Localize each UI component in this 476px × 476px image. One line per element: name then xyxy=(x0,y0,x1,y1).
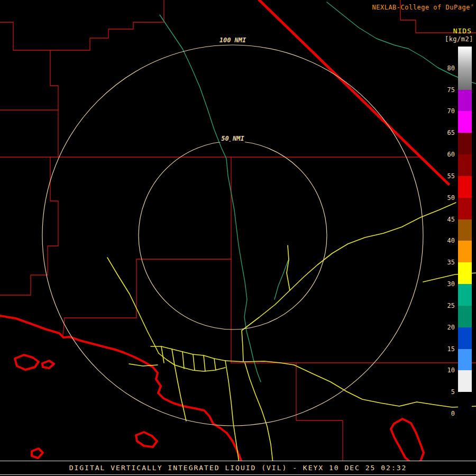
colorbar-segment-40-45 xyxy=(458,219,472,241)
colorbar-segment-15-20 xyxy=(458,327,472,349)
colorbar-segment-25-30 xyxy=(458,284,472,306)
map-layer-rivers xyxy=(160,2,476,382)
colorbar-segment-50-55 xyxy=(458,176,472,198)
colorbar-tick-45: 45 xyxy=(442,216,455,223)
colorbar-tick-80: 80 xyxy=(442,65,455,72)
colorbar-segment-55-60 xyxy=(458,154,472,176)
colorbar-tick-5: 5 xyxy=(442,388,455,396)
map-layer-coastline xyxy=(0,316,424,476)
counties-path xyxy=(58,0,164,50)
coastline-path xyxy=(15,355,39,370)
radar-map: 100 NMI50 NMI xyxy=(0,0,476,476)
colorbar-segment-35-40 xyxy=(458,241,472,262)
counties-path xyxy=(0,50,58,110)
highways-path xyxy=(129,364,158,366)
colorbar-segment-70-75 xyxy=(458,90,472,112)
range-ring-label: 100 NMI xyxy=(219,36,246,44)
counties-path xyxy=(0,22,58,50)
footer-rule-top xyxy=(0,461,476,461)
map-layer-state-border xyxy=(259,0,448,184)
counties-path xyxy=(296,363,343,476)
highways-path xyxy=(193,354,195,370)
footer-rule-bottom xyxy=(0,474,476,475)
colorbar-segment-80-85 xyxy=(458,47,472,68)
footer-bar: DIGITAL VERTICALLY INTEGRATED LIQUID (VI… xyxy=(0,461,476,476)
colorbar-tick-70: 70 xyxy=(442,107,455,115)
brand-mark-icon: ⚡ xyxy=(471,3,474,8)
highways-path xyxy=(107,258,159,353)
counties-path xyxy=(0,157,58,295)
range-ring-label: 50 NMI xyxy=(221,135,244,142)
map-layer-highways xyxy=(107,203,476,476)
colorbar-segment-0-5 xyxy=(458,392,472,414)
colorbar-tick-25: 25 xyxy=(442,302,455,309)
colorbar-segment-30-35 xyxy=(458,262,472,284)
colorbar-tick-50: 50 xyxy=(442,194,455,202)
colorbar-segment-65-70 xyxy=(458,111,472,133)
colorbar-tick-65: 65 xyxy=(442,129,455,136)
state-border-path xyxy=(259,0,448,184)
counties-path xyxy=(63,318,65,335)
highways-path xyxy=(214,359,216,370)
colorbar-tick-30: 30 xyxy=(442,280,455,288)
colorbar-tick-0: 0 xyxy=(442,410,455,417)
coastline-path xyxy=(42,361,54,368)
highways-path xyxy=(182,352,184,369)
coastline-path xyxy=(0,316,245,476)
product-label: NIDS xyxy=(453,27,472,35)
highways-path xyxy=(161,346,164,363)
highways-path xyxy=(172,349,175,365)
units-label: [kg/m2] xyxy=(445,35,473,43)
colorbar-segment-5-10 xyxy=(458,370,472,392)
coastline-path xyxy=(391,419,424,464)
colorbar-segment-10-15 xyxy=(458,349,472,371)
colorbar-tick-35: 35 xyxy=(442,259,455,266)
colorbar-tick-60: 60 xyxy=(442,151,455,158)
colorbar-segment-20-25 xyxy=(458,306,472,327)
colorbar-tick-55: 55 xyxy=(442,172,455,180)
colorbar-tick-40: 40 xyxy=(442,237,455,244)
range-ring-50-nmi xyxy=(139,141,327,329)
colorbar-tick-10: 10 xyxy=(442,367,455,374)
colorbar-segment-75-80 xyxy=(458,68,472,90)
brand-text: NEXLAB-College of DuPage xyxy=(372,4,470,11)
brand-title: NEXLAB-College of DuPage⚡ xyxy=(372,3,474,11)
colorbar-segment-45-50 xyxy=(458,198,472,219)
colorbar-tick-20: 20 xyxy=(442,324,455,331)
colorbar-segment-60-65 xyxy=(458,133,472,154)
highways-path xyxy=(245,363,273,476)
highways-path xyxy=(225,361,241,476)
highways-path xyxy=(175,365,186,421)
colorbar-tick-75: 75 xyxy=(442,86,455,94)
highways-path xyxy=(204,355,205,371)
colorbar-tick-15: 15 xyxy=(442,345,455,353)
coastline-path xyxy=(32,448,43,458)
product-title: DIGITAL VERTICALLY INTEGRATED LIQUID (VI… xyxy=(0,464,476,472)
radar-display: 100 NMI50 NMI 80757065605550454035302520… xyxy=(0,0,476,476)
highways-path xyxy=(287,245,290,290)
coastline-path xyxy=(136,432,157,447)
